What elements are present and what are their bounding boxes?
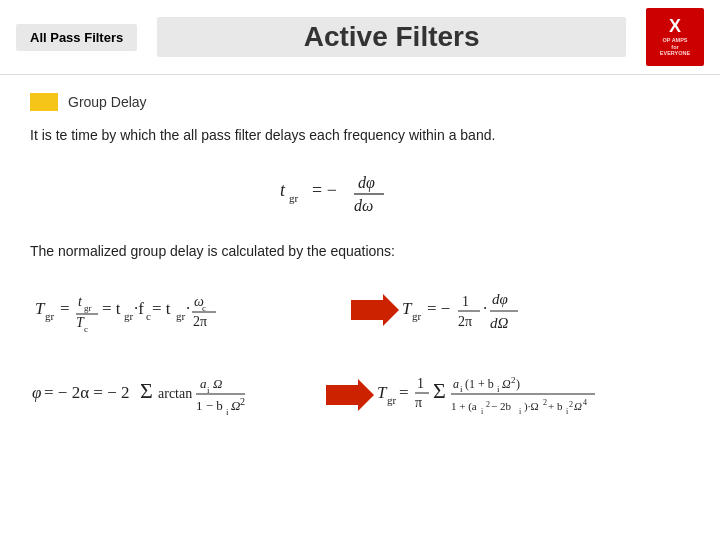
svg-text:): )	[516, 377, 520, 391]
svg-text:c: c	[146, 310, 151, 322]
svg-text:i: i	[481, 407, 484, 416]
svg-text:gr: gr	[124, 310, 134, 322]
svg-text:a: a	[453, 377, 459, 391]
svg-text:dφ: dφ	[358, 174, 375, 192]
svg-text:)·Ω: )·Ω	[524, 400, 539, 413]
svg-text:(1 + b: (1 + b	[465, 377, 494, 391]
svg-text:i: i	[519, 407, 522, 416]
svg-text:dΩ: dΩ	[490, 315, 509, 331]
arrow-right-1	[350, 290, 400, 330]
description-text: It is te time by which the all pass filt…	[30, 125, 690, 146]
svg-text:+ b: + b	[548, 400, 563, 412]
svg-text:gr: gr	[176, 310, 186, 322]
formula-tgr-right: T gr = − 1 2π · dφ dΩ	[400, 280, 600, 340]
svg-text:Σ: Σ	[433, 378, 446, 403]
svg-text:2: 2	[486, 400, 490, 409]
svg-text:1 − b: 1 − b	[196, 398, 223, 413]
book-cover: X OP AMPS for EVERYONE	[646, 8, 704, 66]
svg-text:1: 1	[417, 376, 424, 391]
svg-text:c: c	[84, 324, 88, 334]
formula-tgr-sum: T gr = 1 π Σ a i (1 + b i Ω 2 ) 1 + (a i…	[375, 360, 605, 430]
normalized-text: The normalized group delay is calculated…	[30, 241, 690, 262]
svg-text:− 2b: − 2b	[491, 400, 511, 412]
svg-text:π: π	[415, 395, 422, 410]
book-symbol: X	[669, 17, 681, 35]
svg-text:= t: = t	[152, 299, 171, 318]
book-text: OP AMPS for EVERYONE	[660, 37, 690, 57]
svg-text:= − 2α = − 2: = − 2α = − 2	[44, 383, 130, 402]
formula-phi: φ = − 2α = − 2 Σ arctan a i Ω 1 − b i Ω …	[30, 360, 325, 430]
header: All Pass Filters Active Filters X OP AMP…	[0, 0, 720, 75]
svg-text:= −: = −	[312, 180, 337, 200]
svg-text:·: ·	[483, 299, 487, 318]
svg-text:Ω: Ω	[574, 400, 582, 412]
svg-text:i: i	[226, 407, 229, 417]
svg-text:= −: = −	[427, 299, 450, 318]
svg-text:arctan: arctan	[158, 386, 192, 401]
svg-text:2: 2	[543, 398, 547, 407]
svg-text:gr: gr	[289, 192, 299, 204]
svg-text:gr: gr	[45, 310, 55, 322]
svg-text:i: i	[497, 384, 500, 394]
svg-text:2π: 2π	[458, 314, 472, 329]
svg-text:4: 4	[583, 398, 587, 407]
group-delay-row: Group Delay	[30, 93, 690, 111]
arrow-right-2	[325, 375, 375, 415]
svg-text:Σ: Σ	[140, 378, 153, 403]
svg-text:dφ: dφ	[492, 291, 508, 307]
all-pass-button[interactable]: All Pass Filters	[16, 24, 137, 51]
svg-text:·: ·	[186, 299, 190, 318]
svg-text:gr: gr	[412, 310, 422, 322]
formula-tgr-normalized: T gr = t gr T c = t gr ·f c = t gr · ω c…	[30, 280, 350, 340]
svg-text:Ω: Ω	[231, 398, 240, 413]
svg-text:=: =	[399, 383, 409, 402]
svg-text:gr: gr	[387, 394, 397, 406]
svg-text:i: i	[460, 384, 463, 394]
svg-text:1 + (a: 1 + (a	[451, 400, 477, 413]
svg-text:2: 2	[569, 400, 573, 409]
svg-text:Ω: Ω	[213, 376, 222, 391]
svg-text:φ: φ	[32, 383, 41, 402]
svg-text:t: t	[78, 294, 83, 309]
svg-text:2: 2	[511, 375, 516, 385]
equations-row-1: T gr = t gr T c = t gr ·f c = t gr · ω c…	[30, 280, 690, 340]
svg-text:2: 2	[240, 396, 245, 407]
svg-text:=: =	[60, 299, 70, 318]
svg-text:Ω: Ω	[502, 377, 511, 391]
svg-text:= t: = t	[102, 299, 121, 318]
svg-text:gr: gr	[84, 303, 92, 313]
page-title: Active Filters	[157, 17, 626, 57]
arrow-icon-2	[326, 377, 374, 413]
svg-text:2π: 2π	[193, 314, 207, 329]
svg-text:a: a	[200, 376, 207, 391]
formula-tgr: t gr = − dφ dω	[30, 164, 690, 219]
yellow-indicator	[30, 93, 58, 111]
svg-text:dω: dω	[354, 197, 373, 214]
equations-row-2: φ = − 2α = − 2 Σ arctan a i Ω 1 − b i Ω …	[30, 360, 690, 430]
svg-marker-48	[326, 379, 374, 411]
svg-marker-25	[351, 294, 399, 326]
svg-text:1: 1	[462, 294, 469, 309]
group-delay-label: Group Delay	[68, 94, 147, 110]
arrow-icon	[351, 292, 399, 328]
svg-text:·f: ·f	[134, 299, 144, 318]
svg-text:t: t	[280, 180, 286, 200]
main-content: Group Delay It is te time by which the a…	[0, 75, 720, 448]
